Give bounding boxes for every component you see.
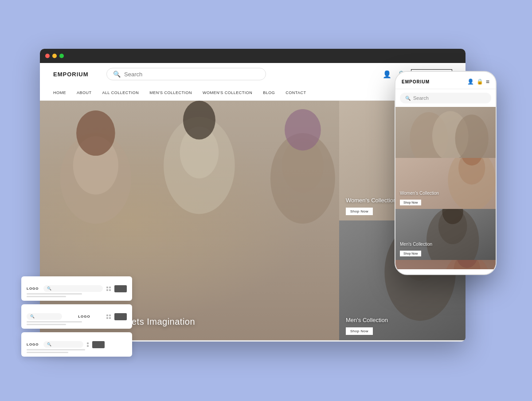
- nav-womens[interactable]: WOMEN'S COLLECTION: [203, 90, 252, 95]
- navbar2-dots: [106, 315, 111, 319]
- window-dot-green[interactable]: [59, 54, 64, 58]
- svg-point-7: [183, 101, 215, 140]
- mobile-logo: EMPORIUM: [402, 79, 430, 84]
- navbar-variant-1: LOGO 🔍: [21, 276, 132, 301]
- mobile-womens-shop-btn[interactable]: Shop Now: [400, 200, 421, 205]
- mobile-search-icon: 🔍: [405, 96, 411, 101]
- mens-collection-title: Men's Collection: [346, 317, 459, 323]
- navbar2-button[interactable]: [114, 313, 127, 320]
- mobile-card-womens2: Women's Collection Shop Now: [395, 260, 496, 269]
- mobile-search-bar[interactable]: 🔍 Search: [400, 93, 491, 103]
- mobile-user-icon[interactable]: 👤: [467, 79, 474, 85]
- navbar1-dots: [106, 287, 111, 291]
- mobile-header: EMPORIUM 👤 🔒 ≡: [395, 72, 496, 89]
- navbar3-search[interactable]: 🔍: [43, 341, 83, 348]
- desktop-search-bar[interactable]: 🔍: [106, 68, 266, 80]
- nav-contact[interactable]: CONTACT: [286, 90, 306, 95]
- mobile-card-mens: Men's Collection Shop Now: [395, 209, 496, 260]
- nav-blog[interactable]: BLOG: [263, 90, 275, 95]
- mobile-mens-card-text: Men's Collection Shop Now: [395, 238, 496, 260]
- header-top-row: EMPORIUM 🔍 👤 🔒 SHOP NOW: [53, 63, 452, 85]
- navbar-variants: LOGO 🔍 🔍 LOGO LOGO 🔍: [21, 276, 132, 357]
- search-icon: 🔍: [113, 71, 121, 78]
- svg-point-8: [285, 109, 321, 150]
- navbar-variant-3: LOGO 🔍: [21, 332, 132, 357]
- window-dot-yellow[interactable]: [52, 54, 57, 58]
- navbar1-logo: LOGO: [27, 287, 40, 291]
- mobile-womens2-image: [395, 260, 496, 269]
- mobile-hero-svg: [395, 107, 496, 158]
- mobile-womens-title: Women's Collection: [400, 191, 491, 196]
- navbar1-search-icon: 🔍: [47, 287, 51, 291]
- navbar-variant-2: 🔍 LOGO: [21, 304, 132, 329]
- mobile-card-womens: Women's Collection Shop Now: [395, 158, 496, 209]
- svg-point-6: [76, 110, 115, 156]
- window-dot-red[interactable]: [45, 54, 50, 58]
- site-nav: HOME ABOUT ALL COLLECTION MEN'S COLLECTI…: [53, 85, 452, 100]
- mobile-content: Women's Collection Shop Now: [395, 107, 496, 269]
- browser-titlebar: [40, 49, 466, 63]
- navbar2-search[interactable]: 🔍: [27, 313, 62, 320]
- nav-mens[interactable]: MEN'S COLLECTION: [149, 90, 192, 95]
- mens-panel-overlay: Men's Collection Shop Now: [339, 311, 466, 340]
- navbar2-logo: LOGO: [66, 315, 103, 318]
- user-icon[interactable]: 👤: [383, 70, 391, 79]
- navbar3-button[interactable]: [92, 341, 105, 348]
- nav-all-collection[interactable]: ALL COLLECTION: [102, 90, 139, 95]
- mobile-mens-title: Men's Collection: [400, 242, 491, 247]
- mobile-hero-image: [395, 107, 496, 158]
- navbar1-search[interactable]: 🔍: [43, 285, 103, 292]
- navbar3-dots: [87, 342, 89, 347]
- womens-shop-now-button[interactable]: Shop Now: [346, 208, 373, 215]
- mobile-header-icons: 👤 🔒 ≡: [467, 78, 489, 85]
- mobile-cart-icon[interactable]: 🔒: [477, 79, 483, 85]
- navbar3-logo: LOGO: [27, 342, 40, 346]
- navbar1-button[interactable]: [114, 285, 127, 292]
- navbar3-search-icon: 🔍: [47, 342, 51, 346]
- mobile-search-placeholder: Search: [413, 95, 429, 101]
- mobile-womens2-svg: [395, 260, 496, 269]
- navbar2-search-icon: 🔍: [30, 315, 35, 318]
- site-logo: EMPORIUM: [53, 71, 98, 78]
- mobile-womens-card-text: Women's Collection Shop Now: [395, 187, 496, 209]
- mobile-card-hero: [395, 107, 496, 158]
- mobile-mens-shop-btn[interactable]: Shop Now: [400, 251, 421, 256]
- mobile-menu-icon[interactable]: ≡: [486, 78, 489, 85]
- mens-shop-now-button[interactable]: Shop Now: [346, 327, 373, 335]
- nav-about[interactable]: ABOUT: [77, 90, 92, 95]
- mobile-phone: EMPORIUM 👤 🔒 ≡ 🔍 Search: [395, 71, 497, 275]
- nav-home[interactable]: HOME: [53, 90, 66, 95]
- search-input[interactable]: [124, 71, 259, 78]
